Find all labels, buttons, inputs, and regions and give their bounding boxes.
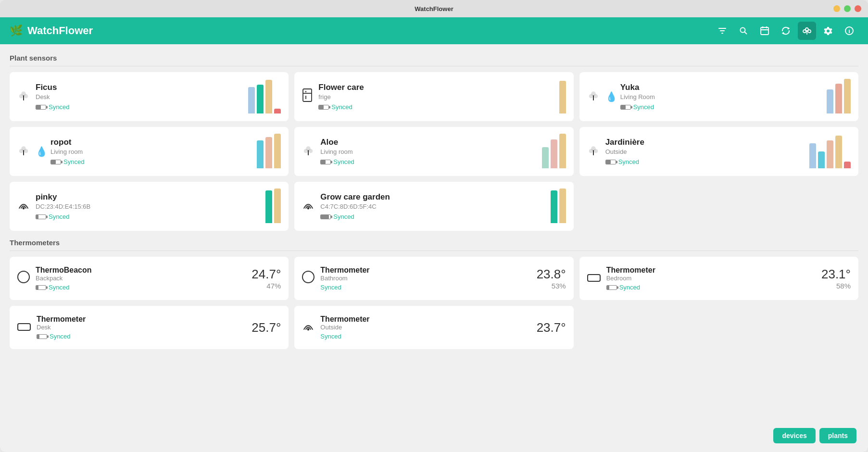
filter-button[interactable] — [713, 22, 731, 40]
plant-location-ficus: Desk — [36, 93, 243, 100]
plant-button[interactable] — [798, 22, 816, 40]
thermometers-grid: ThermoBeacon Backpack Synced 24.7° 47% T… — [10, 257, 858, 349]
thermo-readings-thermo_outside: 23.7° — [537, 320, 566, 335]
thermo-card-thermo_outside[interactable]: Thermometer Outside Synced 23.7° — [294, 306, 573, 349]
svg-rect-2 — [721, 33, 723, 34]
plant-card-ropot[interactable]: 💧 ropot Living room Synced — [10, 127, 289, 176]
plant-info-flower_care: Flower care frige Synced — [318, 83, 554, 111]
bottom-buttons: devices plants — [773, 428, 856, 443]
sync-button[interactable] — [777, 22, 795, 40]
thermo-location-thermo_bedroom: Bedroom — [606, 275, 821, 282]
plant-card-yuka[interactable]: 💧 Yuka Living Room Synced — [579, 72, 858, 121]
svg-rect-5 — [761, 27, 768, 35]
svg-rect-1 — [720, 30, 725, 31]
plant-sensors-grid: Ficus Desk Synced — [10, 72, 858, 231]
svg-line-4 — [745, 32, 747, 35]
thermo-icon-thermo_outside — [302, 320, 314, 335]
thermo-icon-wrap-thermo_outside — [302, 320, 314, 335]
plant-info-yuka: Yuka Living Room Synced — [620, 83, 822, 111]
minimize-button[interactable] — [833, 5, 840, 12]
plant-bars-aloe — [542, 135, 566, 168]
thermo-humidity-thermo_bedroom: 58% — [821, 282, 851, 290]
info-button[interactable] — [840, 22, 858, 40]
thermo-info-thermo_bedroom: Thermometer Bedroom Synced — [606, 266, 821, 291]
brand-icon: 🌿 — [10, 25, 23, 37]
plant-bars-pinky — [265, 189, 281, 223]
plant-location-jardiniere: Outside — [605, 148, 805, 155]
plant-bars-grow_care — [551, 189, 566, 223]
plant-name-pinky: pinky — [36, 192, 261, 202]
plant-card-flower_care[interactable]: Flower care frige Synced — [294, 72, 573, 121]
plant-info-pinky: pinky DC:23:4D:E4:15:6B Synced — [36, 192, 261, 220]
plant-synced-grow_care: Synced — [333, 213, 354, 220]
thermo-humidity-thermo_bathroom: 53% — [537, 282, 566, 290]
plant-synced-ropot: Synced — [63, 158, 84, 165]
navbar-icons — [713, 22, 858, 40]
plant-status-ropot: Synced — [50, 158, 252, 165]
thermo-location-thermobeacon: Backpack — [36, 275, 252, 282]
thermo-card-thermo_desk[interactable]: Thermometer Desk Synced 25.7° — [10, 306, 289, 349]
thermo-card-thermo_bedroom[interactable]: Thermometer Bedroom Synced 23.1° 58% — [579, 257, 858, 300]
plant-sensors-header: Plant sensors — [10, 54, 858, 66]
thermo-location-thermo_bathroom: Bathroom — [320, 275, 536, 282]
thermo-synced-thermo_bedroom: Synced — [619, 284, 640, 291]
plant-location-aloe: Living room — [320, 148, 537, 155]
plant-card-grow_care[interactable]: Grow care garden C4:7C:8D:6D:5F:4C Synce… — [294, 182, 573, 231]
thermo-icon-wrap-thermo_bathroom — [302, 271, 314, 286]
thermo-icon-thermo_desk — [17, 323, 31, 331]
plant-name-ropot: ropot — [50, 138, 252, 147]
plant-card-jardiniere[interactable]: Jardinière Outside Synced — [579, 127, 858, 176]
thermo-info-thermobeacon: ThermoBeacon Backpack Synced — [36, 266, 252, 291]
thermo-info-thermo_outside: Thermometer Outside Synced — [320, 315, 536, 340]
thermo-synced-thermo_outside: Synced — [320, 333, 341, 340]
plant-location-grow_care: C4:7C:8D:6D:5F:4C — [320, 203, 545, 210]
thermo-card-thermobeacon[interactable]: ThermoBeacon Backpack Synced 24.7° 47% — [10, 257, 289, 300]
thermo-icon-wrap-thermo_desk — [17, 321, 31, 334]
plant-bars-flower_care — [559, 80, 566, 113]
plant-icon-jardiniere — [587, 144, 600, 159]
svg-point-32 — [304, 150, 308, 153]
search-button[interactable] — [734, 22, 753, 40]
thermo-icon-thermobeacon — [17, 271, 30, 283]
plant-status-aloe: Synced — [320, 158, 537, 165]
close-button[interactable] — [855, 5, 861, 12]
plant-card-aloe[interactable]: Aloe Living room Synced — [294, 127, 573, 176]
thermo-status-thermo_outside: Synced — [320, 333, 536, 340]
window-title: WatchFlower — [415, 5, 453, 13]
content: Plant sensors Ficus Desk Synced — [0, 44, 868, 452]
titlebar: WatchFlower — [0, 0, 868, 17]
svg-point-24 — [589, 95, 592, 98]
svg-point-10 — [803, 30, 806, 33]
plant-info-jardiniere: Jardinière Outside Synced — [605, 138, 805, 165]
main-window: WatchFlower 🌿 WatchFlower — [0, 0, 868, 452]
devices-button[interactable]: devices — [773, 428, 815, 443]
plant-card-ficus[interactable]: Ficus Desk Synced — [10, 72, 289, 121]
plant-status-grow_care: Synced — [320, 213, 545, 220]
thermo-readings-thermobeacon: 24.7° 47% — [252, 267, 281, 290]
water-drop-icon: 💧 — [36, 146, 48, 157]
svg-point-11 — [808, 30, 811, 33]
plant-name-ficus: Ficus — [36, 83, 243, 92]
thermo-icon-thermo_bedroom — [587, 274, 601, 282]
plant-name-grow_care: Grow care garden — [320, 192, 545, 202]
plant-card-pinky[interactable]: pinky DC:23:4D:E4:15:6B Synced — [10, 182, 289, 231]
svg-point-39 — [23, 208, 25, 209]
plants-button[interactable]: plants — [819, 428, 856, 443]
svg-point-33 — [309, 150, 313, 153]
settings-button[interactable] — [819, 22, 837, 40]
plant-status-pinky: Synced — [36, 213, 261, 220]
plant-icon-flower_care — [302, 88, 313, 105]
window-controls — [833, 5, 861, 12]
plant-location-flower_care: frige — [318, 93, 554, 100]
plant-info-aloe: Aloe Living room Synced — [320, 138, 537, 165]
calendar-button[interactable] — [755, 22, 774, 40]
maximize-button[interactable] — [844, 5, 851, 12]
brand-name: WatchFlower — [27, 25, 93, 37]
brand: 🌿 WatchFlower — [10, 25, 713, 37]
thermo-temp-thermobeacon: 24.7° — [252, 267, 281, 282]
plant-location-ropot: Living room — [50, 148, 252, 155]
thermo-location-thermo_outside: Outside — [320, 324, 536, 331]
navbar: 🌿 WatchFlower — [0, 17, 868, 44]
thermo-card-thermo_bathroom[interactable]: Thermometer Bathroom Synced 23.8° 53% — [294, 257, 573, 300]
plant-icon-grow_care — [302, 199, 314, 214]
